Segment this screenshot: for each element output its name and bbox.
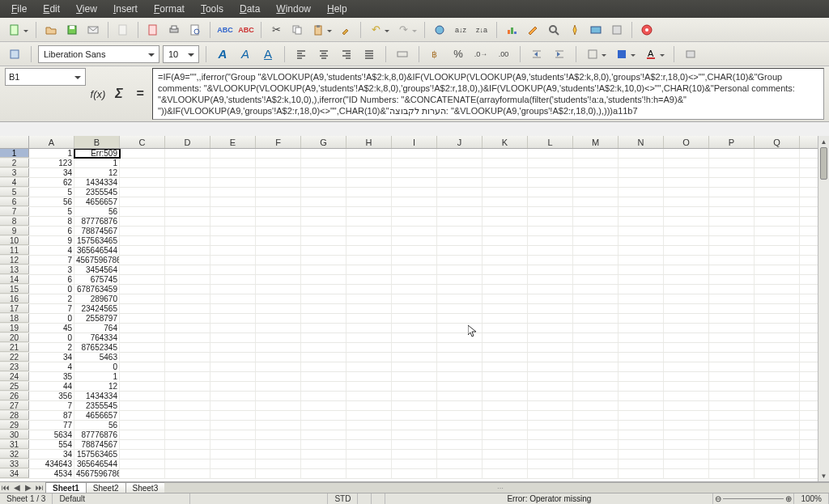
cell[interactable] <box>165 304 210 313</box>
cell[interactable] <box>346 168 392 177</box>
cell[interactable] <box>709 256 755 265</box>
cell[interactable] <box>483 294 528 303</box>
hyperlink-button[interactable] <box>430 20 449 40</box>
cell[interactable] <box>619 149 664 158</box>
cell[interactable] <box>120 304 165 313</box>
cell[interactable] <box>301 188 346 197</box>
align-right-button[interactable] <box>337 44 356 64</box>
cell[interactable] <box>709 178 755 187</box>
cell[interactable] <box>709 372 755 381</box>
cell[interactable] <box>392 324 437 332</box>
cell[interactable] <box>528 178 573 187</box>
cell[interactable] <box>437 159 483 167</box>
row-header[interactable]: 7 <box>0 207 29 216</box>
cell[interactable] <box>437 353 483 362</box>
cell[interactable] <box>301 207 346 216</box>
cell[interactable] <box>709 304 755 313</box>
row-header[interactable]: 23 <box>0 362 29 371</box>
cell[interactable] <box>528 168 573 177</box>
cell[interactable] <box>256 188 301 197</box>
cell[interactable] <box>210 246 256 255</box>
cell[interactable] <box>120 285 165 294</box>
cell[interactable] <box>165 188 210 197</box>
cell[interactable] <box>619 159 664 167</box>
cell[interactable] <box>437 421 483 430</box>
cell[interactable] <box>437 450 483 459</box>
cell[interactable]: 44 <box>29 382 74 391</box>
cell[interactable] <box>664 236 709 245</box>
cell[interactable] <box>120 401 165 410</box>
cell[interactable] <box>664 392 709 400</box>
cell[interactable] <box>346 227 392 235</box>
cell[interactable] <box>709 227 755 235</box>
cell[interactable] <box>165 440 210 449</box>
cell[interactable] <box>709 324 755 332</box>
save-button[interactable] <box>62 20 82 40</box>
cell[interactable]: 365646544 <box>74 460 120 468</box>
cell[interactable] <box>755 401 800 410</box>
cell[interactable] <box>483 343 528 352</box>
cell[interactable] <box>619 401 664 410</box>
cell[interactable] <box>573 382 619 391</box>
cell[interactable] <box>755 227 800 235</box>
cell[interactable] <box>392 285 437 294</box>
row-header[interactable]: 22 <box>0 353 29 362</box>
cell[interactable] <box>346 246 392 255</box>
menu-tools[interactable]: Tools <box>194 2 230 16</box>
cell[interactable] <box>619 227 664 235</box>
print-button[interactable] <box>164 20 184 40</box>
cell[interactable] <box>709 217 755 226</box>
cell[interactable] <box>619 392 664 400</box>
cell[interactable] <box>573 440 619 449</box>
cell[interactable] <box>120 256 165 265</box>
col-header-Q[interactable]: Q <box>755 136 800 148</box>
cell[interactable] <box>120 149 165 158</box>
cell[interactable] <box>664 469 709 478</box>
cell[interactable] <box>755 159 800 167</box>
cell[interactable] <box>437 217 483 226</box>
col-header-D[interactable]: D <box>165 136 210 148</box>
cell[interactable] <box>755 440 800 449</box>
cell[interactable] <box>528 343 573 352</box>
cell[interactable] <box>437 304 483 313</box>
cell[interactable]: 62 <box>29 178 74 187</box>
cell[interactable] <box>573 362 619 371</box>
cell[interactable] <box>120 343 165 352</box>
cell[interactable] <box>573 246 619 255</box>
cell[interactable] <box>619 421 664 430</box>
row-header[interactable]: 9 <box>0 227 29 235</box>
cell[interactable] <box>120 294 165 303</box>
cell[interactable] <box>301 168 346 177</box>
sheet-tab[interactable]: Sheet3 <box>125 482 166 493</box>
cell[interactable] <box>210 392 256 400</box>
cell[interactable] <box>210 304 256 313</box>
cell[interactable] <box>165 178 210 187</box>
cell[interactable]: 6 <box>29 275 74 284</box>
cell[interactable] <box>483 440 528 449</box>
cell[interactable] <box>619 256 664 265</box>
cell[interactable] <box>619 314 664 323</box>
cell[interactable] <box>346 333 392 342</box>
cell[interactable] <box>392 411 437 420</box>
cell[interactable] <box>165 227 210 235</box>
cell[interactable] <box>256 285 301 294</box>
cell[interactable] <box>256 256 301 265</box>
menu-window[interactable]: Window <box>270 2 317 16</box>
cell[interactable] <box>120 353 165 362</box>
cell[interactable] <box>619 294 664 303</box>
cell[interactable] <box>709 197 755 206</box>
cell[interactable] <box>664 372 709 381</box>
cell[interactable]: 4567596786 <box>74 256 120 265</box>
cell[interactable] <box>437 343 483 352</box>
cell[interactable]: 23424565 <box>74 304 120 313</box>
cell[interactable] <box>437 362 483 371</box>
cell[interactable] <box>392 362 437 371</box>
cell[interactable] <box>619 411 664 420</box>
cell[interactable] <box>210 353 256 362</box>
cell[interactable] <box>664 450 709 459</box>
cell[interactable] <box>755 246 800 255</box>
cell[interactable] <box>664 149 709 158</box>
cell[interactable]: Err:509 <box>74 149 120 158</box>
cell[interactable] <box>573 353 619 362</box>
cell[interactable] <box>256 411 301 420</box>
